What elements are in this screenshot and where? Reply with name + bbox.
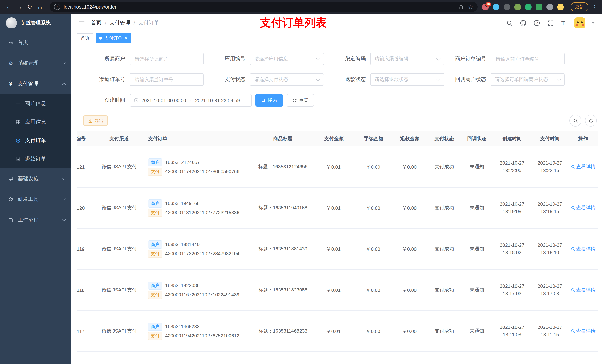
merchant-tag: 商户	[148, 281, 162, 290]
github-icon[interactable]	[519, 19, 527, 27]
col-status: 支付状态	[428, 131, 461, 146]
view-detail-link[interactable]: 查看详情	[571, 205, 595, 211]
address-bar[interactable]: i localhost:1024/pay/order ☆	[50, 2, 478, 12]
extensions-area: 10	[482, 3, 564, 10]
search-button[interactable]: 搜索	[256, 94, 283, 106]
browser-toolbar: ← → ↻ ⌂ i localhost:1024/pay/order ☆ 10 …	[0, 0, 602, 14]
tags-view: 首页 支付订单 ×	[71, 32, 602, 44]
avatar-caret-icon[interactable]	[592, 22, 595, 24]
field-label: 退款状态	[324, 76, 370, 83]
extension-icon[interactable]	[525, 3, 532, 10]
sidebar-fold-icon[interactable]	[77, 19, 86, 27]
orders-table: 编号 支付渠道 支付订单 商品标题 支付金额 手续金额 退款金额 支付状态 回调…	[77, 131, 598, 364]
bookmark-star-icon[interactable]: ☆	[468, 3, 473, 10]
view-detail-link[interactable]: 查看详情	[571, 287, 595, 293]
extension-icon[interactable]	[493, 3, 499, 10]
field-label: 回调商户状态	[444, 76, 491, 83]
pin-extension-icon[interactable]	[547, 3, 553, 10]
notify-status-select[interactable]: 请选择订单回调商户状态	[491, 73, 565, 86]
sidebar-item-infra[interactable]: 基础设施	[0, 168, 71, 189]
chevron-down-icon	[62, 197, 66, 201]
extension-icon[interactable]	[514, 3, 521, 10]
merchant-order-no-field[interactable]	[491, 52, 565, 65]
merchant-tag: 商户	[148, 199, 162, 207]
field-label: 渠道编码	[324, 55, 370, 62]
sidebar-item-devtools[interactable]: 研发工具	[0, 189, 71, 210]
reload-icon[interactable]: ↻	[24, 2, 35, 12]
merchant-select[interactable]	[129, 52, 204, 65]
page-title-annotation: 支付订单列表	[260, 15, 327, 31]
view-detail-link[interactable]: 查看详情	[571, 164, 595, 170]
app-grid-icon	[15, 119, 22, 125]
browser-menu-icon[interactable]: ⋮	[591, 3, 598, 10]
close-icon[interactable]: ×	[125, 36, 127, 40]
home-icon[interactable]: ⌂	[35, 2, 45, 12]
back-icon[interactable]: ←	[4, 2, 14, 12]
sidebar-item-refund-order[interactable]: 退款订单	[0, 150, 71, 168]
extension-icon[interactable]: 10	[482, 3, 489, 10]
main-area: 首页 / 支付管理 / 支付订单 支付订单列表 ?	[71, 14, 602, 364]
field-label: 商户订单编号	[444, 55, 491, 62]
refund-doc-icon	[15, 156, 22, 162]
breadcrumb-home[interactable]: 首页	[91, 20, 101, 26]
app-title: 芋道管理系统	[21, 20, 51, 26]
browser-update-button[interactable]: 更新	[570, 2, 588, 11]
reset-button[interactable]: 重置	[287, 94, 314, 106]
sidebar-item-payment[interactable]: ¥ 支付管理	[0, 74, 71, 94]
profile-avatar-icon[interactable]	[557, 3, 564, 10]
font-size-icon[interactable]: TT	[560, 19, 568, 27]
sidebar-item-pay-order[interactable]: 支付订单	[0, 131, 71, 150]
channel-code-select[interactable]: 请输入渠道编码	[370, 52, 444, 65]
toggle-search-button[interactable]	[570, 115, 581, 126]
breadcrumb-payment[interactable]: 支付管理	[110, 20, 130, 26]
sidebar-item-workflow[interactable]: 工作流程	[0, 210, 71, 230]
refresh-button[interactable]	[585, 115, 597, 126]
export-button[interactable]: 导出	[83, 115, 108, 126]
sidebar-item-home[interactable]: 首页	[0, 32, 71, 53]
merchant-input[interactable]	[134, 56, 199, 62]
tab-home[interactable]: 首页	[77, 33, 93, 43]
sidebar-item-merchant-info[interactable]: 商户信息	[0, 94, 71, 113]
workflow-icon	[7, 218, 14, 223]
forward-icon[interactable]: →	[14, 2, 24, 12]
channel-order-no-field[interactable]	[129, 73, 204, 86]
sidebar-item-app-info[interactable]: 应用信息	[0, 113, 71, 131]
field-label: 支付状态	[204, 76, 250, 83]
chevron-down-icon	[62, 218, 66, 221]
view-detail-link[interactable]: 查看详情	[571, 328, 595, 334]
chevron-down-icon	[436, 56, 441, 61]
refund-status-select[interactable]: 请选择退款状态	[370, 73, 444, 86]
search-icon[interactable]	[506, 19, 513, 27]
toolbox-icon	[7, 197, 14, 202]
app-logo[interactable]: 芋道管理系统	[0, 14, 71, 32]
merchant-card-icon	[15, 101, 22, 106]
pay-tag: 支付	[148, 208, 162, 217]
svg-text:?: ?	[536, 21, 538, 25]
create-time-range-picker[interactable]: 2021-10-01 00:00:00 - 2021-10-31 23:59:5…	[129, 94, 252, 106]
navbar-actions: ? TT	[506, 17, 595, 29]
col-notify: 回调状态	[461, 131, 493, 146]
tab-pay-order[interactable]: 支付订单 ×	[96, 33, 131, 43]
view-detail-link[interactable]: 查看详情	[571, 246, 595, 252]
col-pay-order: 支付订单	[144, 131, 253, 146]
pay-status-select[interactable]: 请选择支付状态	[250, 73, 324, 86]
fullscreen-icon[interactable]	[547, 19, 554, 27]
extension-icon[interactable]	[536, 3, 542, 10]
share-icon[interactable]	[458, 4, 463, 10]
sidebar: 芋道管理系统 首页 ⚙ 系统管理 ¥ 支付管理	[0, 14, 71, 364]
avatar[interactable]	[574, 17, 585, 29]
table-toolbar: 导出	[83, 115, 597, 126]
pay-tag: 支付	[148, 167, 162, 176]
site-info-icon[interactable]: i	[54, 4, 60, 10]
sidebar-item-system[interactable]: ⚙ 系统管理	[0, 53, 71, 74]
field-label: 创建时间	[83, 97, 129, 104]
channel-order-no-input[interactable]	[134, 76, 199, 83]
url-text[interactable]: localhost:1024/pay/order	[64, 4, 454, 10]
field-label: 应用编号	[204, 55, 250, 62]
help-icon[interactable]: ?	[533, 19, 540, 27]
dashboard-icon	[7, 40, 14, 45]
app-select[interactable]: 请选择应用信息	[250, 52, 324, 65]
col-title: 商品标题	[253, 131, 312, 146]
extension-icon[interactable]	[504, 3, 510, 10]
merchant-order-no-input[interactable]	[495, 56, 560, 62]
